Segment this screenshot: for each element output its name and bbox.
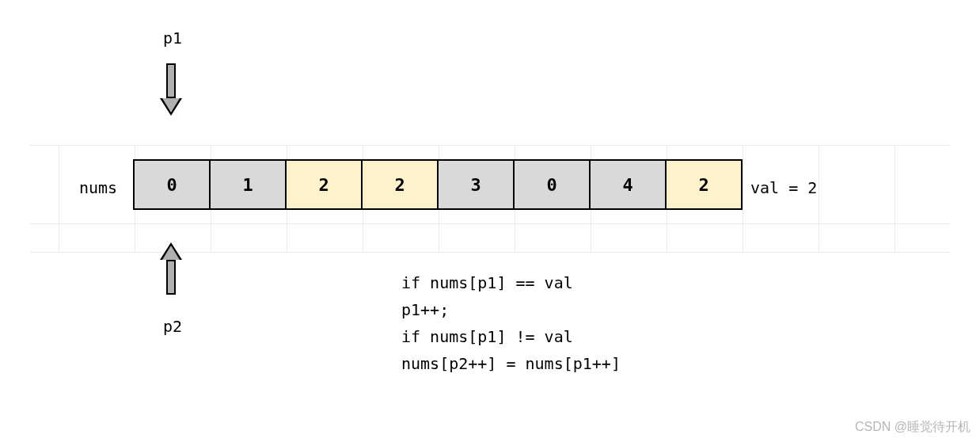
array-cell-highlight: 2 — [285, 159, 363, 210]
cell-value: 0 — [546, 175, 556, 195]
cell-value: 2 — [318, 175, 329, 195]
array-cell: 0 — [513, 159, 591, 210]
array-cell-highlight: 2 — [665, 159, 743, 210]
pointer-p1-label: p1 — [163, 29, 182, 48]
arrow-up-icon — [160, 242, 182, 295]
code-line: nums[p2++] = nums[p1++] — [401, 354, 621, 373]
pointer-p2-label: p2 — [163, 317, 182, 336]
val-label: val = 2 — [750, 178, 817, 197]
array-cell-highlight: 2 — [361, 159, 439, 210]
cell-value: 4 — [622, 175, 632, 195]
watermark-text: CSDN @睡觉待开机 — [855, 419, 971, 436]
cell-value: 2 — [394, 175, 405, 195]
arrow-down-icon — [160, 63, 182, 116]
cell-value: 2 — [698, 175, 708, 195]
array-cell: 1 — [209, 159, 287, 210]
pseudocode-block: if nums[p1] == val p1++; if nums[p1] != … — [401, 269, 621, 377]
code-line: p1++; — [401, 300, 449, 319]
code-line: if nums[p1] == val — [401, 273, 573, 292]
code-line: if nums[p1] != val — [401, 327, 573, 346]
array-cell: 4 — [589, 159, 667, 210]
cell-value: 1 — [242, 175, 253, 195]
diagram-canvas: p1 nums 0 1 2 2 3 0 4 2 val = 2 p2 if nu… — [0, 0, 980, 442]
array-cell: 3 — [437, 159, 515, 210]
array-name-label: nums — [79, 178, 117, 197]
array-cell: 0 — [133, 159, 211, 210]
cell-value: 0 — [166, 175, 177, 195]
cell-value: 3 — [470, 175, 481, 195]
